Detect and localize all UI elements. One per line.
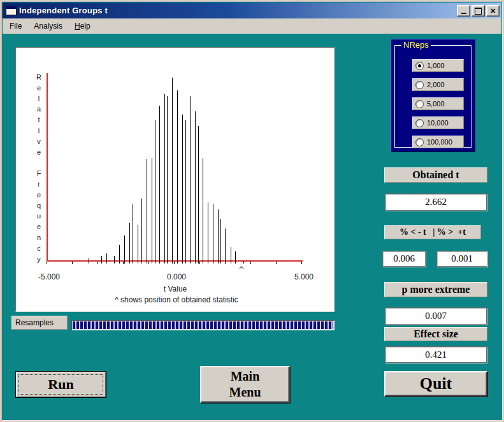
nreps-option-label: 1,000 [427,62,445,69]
run-button-focus-rect: Run [18,374,103,395]
x-axis-line [47,260,303,262]
histogram-spike [152,158,152,264]
y-axis-label-letter: e [32,83,45,93]
y-axis-label-letter: v [32,136,45,146]
histogram-spike [124,236,125,264]
histogram-spike [147,159,147,264]
pct-above-value[interactable]: 0.001 [436,251,487,267]
nreps-option-100000[interactable]: 100,000 [412,136,464,148]
nreps-caption: NReps [401,40,431,50]
progress-fill [73,321,333,329]
minimize-button[interactable] [457,5,470,17]
effect-size-value[interactable]: 0.421 [385,346,487,363]
histogram-spike [243,261,244,264]
nreps-option-label: 2,000 [427,81,445,88]
histogram-spike [133,204,133,264]
histogram-spike [119,245,120,264]
minimize-icon [461,13,466,14]
obtained-t-value[interactable]: 2.662 [385,193,487,211]
nreps-option-5000[interactable]: 5,000 [412,97,464,110]
axis-tick [47,262,47,264]
run-button[interactable]: Run [15,371,106,398]
histogram-spike [164,94,165,264]
menu-item-help[interactable]: Help [69,20,96,32]
nreps-groupbox: NReps 1,0002,0005,00010,000100,000 [391,39,475,152]
histogram-spike [138,225,138,264]
app-icon [6,6,17,15]
resamples-label: Resamples [11,316,68,330]
histogram-spike [155,120,155,264]
axis-tick [199,262,200,264]
radio-unselected-icon [415,81,424,89]
close-icon: ✕ [490,6,496,15]
axis-tick [276,262,277,264]
histogram-spike [177,90,178,264]
nreps-option-2000[interactable]: 2,000 [412,78,464,91]
x-tick-label: 5.000 [294,272,313,281]
y-axis-label-letter: t [32,115,45,125]
histogram-spike [203,158,203,264]
main-menu-line2: Menu [229,384,261,400]
y-axis-label-letter: n [32,232,45,243]
histogram-spike [195,111,196,264]
x-tick-label: 0.000 [167,272,186,281]
chart-footnote: ^ shows position of obtained statistic [115,295,238,304]
histogram-spike [220,219,221,264]
nreps-option-label: 5,000 [427,100,445,108]
histogram-spike [141,199,142,264]
axis-tick [174,262,175,264]
pct-below-value[interactable]: 0.006 [382,251,426,267]
window-title: Independent Groups t [19,6,456,15]
main-menu-button[interactable]: Main Menu [200,366,290,403]
y-axis-label-letter: e [32,222,45,232]
histogram-spike [129,223,130,264]
quit-button[interactable]: Quit [384,371,487,397]
axis-tick [72,262,73,264]
histogram-spike [231,247,231,264]
y-axis-label-letter: i [32,125,45,136]
y-axis-label-letter: u [32,211,45,221]
nreps-option-label: 100,000 [427,138,452,146]
histogram-spike [114,256,115,264]
histogram-spike [185,120,186,264]
close-button[interactable]: ✕ [486,5,500,17]
chart-panel: RelativeFrequency ^ -5.0000.0005.000 t V… [15,47,335,312]
main-menu-line1: Main [231,369,260,384]
menu-item-analysis[interactable]: Analysis [29,20,68,32]
nreps-option-10000[interactable]: 10,000 [412,116,464,129]
axis-tick [148,262,149,264]
histogram-spike [208,202,208,264]
window-titlebar[interactable]: Independent Groups t ✕ [3,3,501,18]
axis-tick [225,262,226,264]
y-axis-label-letter: F [32,168,45,178]
radio-unselected-icon [415,119,424,127]
p-value[interactable]: 0.007 [385,307,487,325]
histogram-spike [159,106,160,264]
histogram-spike [225,229,226,264]
maximize-button[interactable] [472,5,485,17]
histogram-spike [235,251,236,264]
histogram-spike [101,256,102,264]
y-axis-label-letter: e [32,190,45,200]
effect-size-label: Effect size [384,327,487,341]
y-axis-label-letter: c [32,243,45,253]
x-axis-title: t Value [164,285,187,293]
histogram-spike [182,115,183,264]
nreps-option-1000[interactable]: 1,000 [412,59,464,72]
radio-selected-icon [415,62,424,70]
histogram-spike [167,96,168,264]
obtained-marker-caret: ^ [239,265,244,274]
axis-tick [97,262,98,264]
y-axis-label-letter: l [32,94,45,104]
y-axis-label-letter: q [32,200,45,211]
histogram-spike [172,78,173,264]
histogram-spike [198,126,199,264]
histogram-spike [89,258,89,264]
pct-tails-label: % < - t | % > +t [384,225,481,239]
histogram-spike [213,204,213,264]
menubar: FileAnalysisHelp [3,18,501,34]
application-window: { "window": { "title": "Independent Grou… [0,0,504,422]
y-axis-label-letter: r [32,179,45,189]
axis-tick [250,262,251,264]
menu-item-file[interactable]: File [4,20,27,32]
